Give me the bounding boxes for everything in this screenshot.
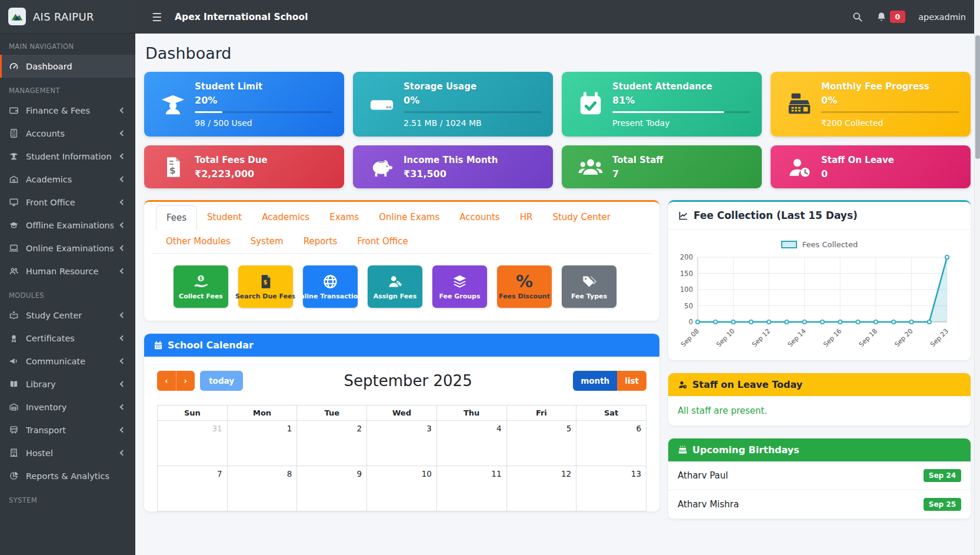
tab-exams[interactable]: Exams — [319, 205, 369, 230]
sidebar-item-academics[interactable]: Academics — [0, 168, 135, 191]
sidebar-item-transport[interactable]: Transport — [0, 418, 135, 441]
calendar-day-cell[interactable]: 5 — [506, 421, 576, 466]
tab-study-center[interactable]: Study Center — [542, 205, 621, 230]
sidebar-item-finance-fees[interactable]: Finance & Fees — [0, 99, 135, 122]
tab-system[interactable]: System — [241, 230, 294, 253]
sidebar-item-online-examinations[interactable]: Online Examinations — [0, 237, 135, 260]
sidebar-item-certificates[interactable]: Certificates — [0, 327, 135, 350]
calendar-day-cell[interactable]: 7 — [158, 466, 228, 511]
tab-accounts[interactable]: Accounts — [449, 205, 509, 230]
sidebar-item-human-resource[interactable]: Human Resource — [0, 260, 135, 283]
stat-box-storage-usage[interactable]: Storage Usage 0% 2.51 MB / 1024 MB — [353, 72, 553, 137]
sidebar-item-label: Reports & Analytics — [26, 471, 126, 481]
stat-value: 0% — [821, 95, 959, 106]
file-invoice-icon: $ — [156, 155, 190, 179]
page-scrollbar[interactable] — [974, 0, 980, 555]
calendar-day-cell[interactable]: 31 — [158, 421, 228, 466]
notifications-button[interactable]: 0 — [876, 11, 906, 23]
calendar-day-cell[interactable]: 9 — [297, 466, 367, 511]
stat-box-staff-on-leave[interactable]: Staff On Leave 0 — [771, 145, 971, 188]
calendar-prev-button[interactable]: ‹ — [157, 371, 176, 391]
calendar-month-view-button[interactable]: month — [573, 371, 617, 391]
sidebar-item-inventory[interactable]: Inventory — [0, 396, 135, 418]
tab-student[interactable]: Student — [197, 205, 252, 230]
sidebar-item-dashboard[interactable]: Dashboard — [0, 55, 135, 78]
user-menu[interactable]: apexadmin — [918, 12, 966, 22]
module-tabs: Fees Student Academics Exams Online Exam… — [151, 202, 652, 254]
stat-box-student-limit[interactable]: Student Limit 20% 98 / 500 Used — [144, 72, 344, 137]
quick-action-label: Collect Fees — [179, 293, 223, 300]
sidebar-item-label: Online Examinations — [26, 244, 114, 253]
calendar-day-cell[interactable]: 11 — [436, 466, 506, 511]
sidebar-item-hostel[interactable]: Hostel — [0, 441, 135, 464]
modules-tab-panel: Fees Student Academics Exams Online Exam… — [144, 200, 659, 321]
calendar-day-cell[interactable]: 8 — [227, 466, 297, 511]
calendar-list-view-button[interactable]: list — [617, 371, 646, 391]
calendar-day-cell[interactable]: 1 — [227, 421, 297, 466]
online-transactions-button[interactable]: Online Transactions — [303, 265, 358, 308]
svg-text:Sep 18: Sep 18 — [858, 327, 879, 348]
sidebar-item-label: Student Information — [26, 152, 114, 161]
calendar-day-cell[interactable]: 13 — [576, 466, 646, 511]
chevron-left-icon — [120, 222, 126, 228]
sidebar-item-label: Academics — [26, 175, 114, 184]
chevron-left-icon — [120, 154, 126, 159]
fees-discount-button[interactable]: % Fees Discount — [497, 265, 552, 308]
stat-box-monthly-fee-progress[interactable]: Monthly Fee Progress 0% ₹200 Collected — [771, 72, 971, 137]
stat-box-student-attendance[interactable]: Student Attendance 81% Present Today — [562, 72, 762, 137]
stat-box-income-this-month[interactable]: Income This Month ₹31,500 — [353, 145, 553, 188]
tab-academics[interactable]: Academics — [252, 205, 319, 230]
svg-text:50: 50 — [684, 302, 693, 310]
tab-online-exams[interactable]: Online Exams — [369, 205, 449, 230]
calendar-day-cell[interactable]: 2 — [297, 421, 367, 466]
sidebar-item-study-center[interactable]: Study Center — [0, 304, 135, 327]
fee-types-button[interactable]: Fee Types — [562, 265, 616, 308]
calendar-card-header: School Calendar — [144, 334, 659, 357]
stat-box-total-fees-due[interactable]: $ Total Fees Due ₹2,223,000 — [144, 145, 344, 188]
sidebar-item-reports-analytics[interactable]: Reports & Analytics — [0, 464, 135, 487]
chart-legend[interactable]: Fees Collected — [673, 240, 966, 249]
sidebar-item-label: Finance & Fees — [26, 106, 114, 115]
chevron-left-icon — [120, 381, 126, 387]
calendar-day-cell[interactable]: 4 — [436, 421, 506, 466]
search-due-fees-button[interactable]: $ Search Due Fees — [238, 265, 293, 308]
hamburger-menu-icon[interactable]: ☰ — [146, 7, 168, 27]
tab-reports[interactable]: Reports — [294, 230, 348, 253]
assign-fees-button[interactable]: Assign Fees — [368, 265, 422, 308]
scrollbar-thumb[interactable] — [975, 35, 980, 159]
search-icon[interactable] — [852, 11, 863, 22]
nav-section-management: MANAGEMENT — [0, 78, 135, 99]
tab-hr[interactable]: HR — [510, 205, 543, 230]
calendar-today-button[interactable]: today — [200, 371, 243, 391]
tab-other-modules[interactable]: Other Modules — [156, 230, 241, 253]
svg-text:$: $ — [263, 279, 267, 285]
sidebar-item-label: Offline Examinations — [26, 221, 114, 230]
graduation-cap-icon — [9, 220, 19, 230]
stat-title: Storage Usage — [404, 81, 541, 92]
birthday-row[interactable]: Atharv Mishra Sep 25 — [668, 490, 971, 519]
progress-bar — [195, 111, 332, 113]
svg-text:200: 200 — [680, 253, 693, 261]
brand[interactable]: AIS RAIPUR — [0, 0, 135, 34]
sidebar-item-offline-examinations[interactable]: Offline Examinations — [0, 214, 135, 237]
sidebar-item-student-information[interactable]: Student Information — [0, 145, 135, 168]
fee-groups-button[interactable]: Fee Groups — [432, 265, 487, 308]
collect-fees-button[interactable]: $ Collect Fees — [174, 265, 228, 308]
sidebar-item-communicate[interactable]: Communicate — [0, 350, 135, 373]
book-open-icon — [9, 379, 19, 389]
calendar-next-button[interactable]: › — [176, 371, 195, 391]
calendar-day-cell[interactable]: 10 — [367, 466, 437, 511]
stat-box-total-staff[interactable]: Total Staff 7 — [562, 145, 762, 188]
users-gear-icon — [9, 266, 19, 276]
sidebar-item-library[interactable]: Library — [0, 373, 135, 396]
progress-bar — [404, 111, 541, 113]
sidebar-item-front-office[interactable]: Front Office — [0, 191, 135, 214]
tab-front-office[interactable]: Front Office — [347, 230, 418, 253]
day-header: Sat — [576, 406, 646, 421]
tab-fees[interactable]: Fees — [156, 205, 197, 230]
birthday-row[interactable]: Atharv Paul Sep 24 — [668, 461, 971, 490]
calendar-day-cell[interactable]: 6 — [576, 421, 646, 466]
sidebar-item-accounts[interactable]: Accounts — [0, 122, 135, 145]
calendar-day-cell[interactable]: 12 — [506, 466, 576, 511]
calendar-day-cell[interactable]: 3 — [367, 421, 437, 466]
